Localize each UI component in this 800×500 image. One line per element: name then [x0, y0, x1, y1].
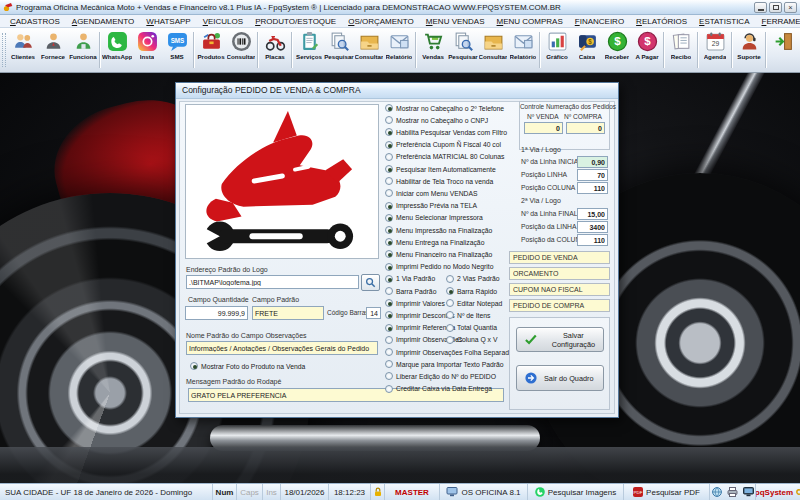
- option-imprimir-observacoes-folha-separada[interactable]: Imprimir Observações Folha Separada: [385, 348, 513, 356]
- logo-path-input[interactable]: [186, 275, 359, 289]
- venda-number-input[interactable]: [524, 122, 563, 134]
- toolbar-sms[interactable]: SMSSMS: [162, 29, 192, 71]
- doc-field-cupom-nao-fiscal[interactable]: [509, 283, 610, 296]
- toolbar-exit-icon[interactable]: [768, 29, 798, 71]
- exit-dialog-button[interactable]: Sair do Quadro: [516, 365, 604, 391]
- n-da-linha-inicial-input[interactable]: [577, 156, 608, 168]
- toolbar-receber[interactable]: $Receber: [602, 29, 632, 71]
- posicao-coluna-input[interactable]: [577, 182, 608, 194]
- menu-agendamento[interactable]: AGENDAMENTO: [66, 15, 141, 28]
- whatsapp-icon: [107, 31, 128, 52]
- toolbar-vendas[interactable]: Vendas: [418, 29, 448, 71]
- option-barra-padrao[interactable]: Barra Padrão: [385, 287, 436, 295]
- option-pesquisar-item-automaticamente[interactable]: Pesquisar Item Automaticamente: [385, 165, 496, 173]
- menu-whatsapp[interactable]: WHATSAPP: [140, 15, 196, 28]
- menu-estatistica[interactable]: ESTATISTICA: [693, 15, 755, 28]
- doc-field-pedido-de-compra[interactable]: [509, 299, 610, 312]
- option-mostrar-foto-do-produto-na-venda[interactable]: Mostrar Foto do Produto na Venda: [190, 362, 305, 370]
- option-preferencia-cupom-n-fiscal-40-col[interactable]: Preferência Cupom Ñ Fiscal 40 col: [385, 141, 501, 149]
- minimize-button[interactable]: [754, 2, 767, 13]
- globe-icon: [712, 487, 722, 497]
- menu-os-orcamento[interactable]: OS/ORÇAMENTO: [342, 15, 420, 28]
- toolbar-placas[interactable]: Placas: [260, 29, 290, 71]
- menu-ferramentas[interactable]: FERRAMENTAS: [755, 15, 800, 28]
- option-barra-rapido[interactable]: Barra Rápido: [446, 287, 497, 295]
- option-total-quantia[interactable]: Total Quantia: [446, 324, 497, 332]
- menu-produto-estoque[interactable]: PRODUTO/ESTOQUE: [249, 15, 342, 28]
- menu-menu-vendas[interactable]: MENU VENDAS: [420, 15, 491, 28]
- toolbar-pesquisar[interactable]: Pesquisar: [448, 29, 478, 71]
- option-menu-financeiro-na-finalizacao[interactable]: Menu Financeiro na Finalização: [385, 250, 492, 258]
- option-menu-entrega-na-finalizacao[interactable]: Menu Entrega na Finalização: [385, 238, 484, 246]
- posicao-da-coluna-input[interactable]: [577, 234, 608, 246]
- default-field-input[interactable]: [252, 306, 324, 320]
- toolbar-consultar[interactable]: Consultar: [354, 29, 384, 71]
- menu-veiculos[interactable]: VEICULOS: [197, 15, 249, 28]
- menu-menu-compras[interactable]: MENU COMPRAS: [491, 15, 569, 28]
- menu-cadastros[interactable]: CADASTROS: [4, 15, 66, 28]
- option-coluna-q-x-v[interactable]: Coluna Q x V: [446, 336, 497, 344]
- option-liberar-edicao-do-n-do-pedido[interactable]: Liberar Edição do Nº do PEDIDO: [385, 372, 496, 380]
- option-mostrar-no-cabecalho-o-2-telefone[interactable]: Mostrar no Cabeçalho o 2º Telefone: [385, 104, 504, 112]
- toolbar-a-pagar[interactable]: $A Pagar: [632, 29, 662, 71]
- dialog-titlebar[interactable]: Configuração PEDIDO DE VENDA & COMPRA: [176, 83, 618, 99]
- status-num: Num: [213, 484, 237, 500]
- option-menu-selecionar-impressora[interactable]: Menu Selecionar Impressora: [385, 214, 483, 222]
- toolbar-funciona[interactable]: Funciona: [68, 29, 98, 71]
- option-marque-para-importar-texto-padrao[interactable]: Marque para Importar Texto Padrão: [385, 360, 504, 368]
- toolbar-button-label: Pesquisar: [448, 53, 478, 60]
- posicao-da-linha-input[interactable]: [577, 221, 608, 233]
- restore-button[interactable]: [769, 2, 782, 13]
- toolbar-relatorio[interactable]: Relatório: [384, 29, 414, 71]
- menu-financeiro[interactable]: FINANCEIRO: [569, 15, 630, 28]
- option-menu-impressao-na-finalizacao[interactable]: Menu Impressão na Finalização: [385, 226, 492, 234]
- toolbar-button-label: Suporte: [737, 53, 760, 60]
- option-impressao-previa-na-tela[interactable]: Impressão Prévia na TELA: [385, 202, 477, 210]
- toolbar-recibo[interactable]: Recibo: [666, 29, 696, 71]
- option-imprimir-descontos[interactable]: Imprimir Descontos: [385, 311, 455, 319]
- toolbar-caixa[interactable]: $Caixa: [572, 29, 602, 71]
- obs-input[interactable]: [186, 341, 378, 355]
- toolbar-button-label: Recibo: [671, 53, 692, 60]
- save-config-button[interactable]: Salvar Configuração: [516, 327, 604, 352]
- logo-address-label: Endereço Padrão do Logo: [186, 266, 268, 273]
- browse-logo-button[interactable]: [361, 274, 380, 291]
- doc-field-pedido-de-venda[interactable]: [509, 251, 610, 264]
- option-imprimi-pedido-no-modo-negrito[interactable]: Imprimi Pedido no Modo Negrito: [385, 263, 493, 271]
- menu-relatorios[interactable]: RELATÓRIOS: [630, 15, 693, 28]
- toolbar-whatsapp[interactable]: WhatsApp: [102, 29, 132, 71]
- option-iniciar-com-menu-vendas[interactable]: Iniciar com Menu VENDAS: [385, 189, 478, 197]
- toolbar-clientes[interactable]: Clientes: [8, 29, 38, 71]
- option-editar-notepad[interactable]: Editar Notepad: [446, 299, 502, 307]
- option-imprimir-referencia[interactable]: Imprimir Referencia: [385, 324, 455, 332]
- option-habilitar-de-tela-troco-na-venda[interactable]: Habilitar de Tela Troco na venda: [385, 177, 493, 185]
- barcode-input[interactable]: [366, 307, 381, 319]
- compra-number-input[interactable]: [566, 122, 605, 134]
- n-da-linha-final-input[interactable]: [577, 208, 608, 220]
- toolbar-consultar[interactable]: Consultar: [478, 29, 508, 71]
- option-2-vias-padrao[interactable]: 2 Vias Padrão: [446, 275, 500, 283]
- qty-input[interactable]: [185, 306, 248, 320]
- doc-field-orcamento[interactable]: [509, 267, 610, 280]
- close-button[interactable]: ×: [784, 2, 797, 13]
- toolbar-servicos[interactable]: Serviços: [294, 29, 324, 71]
- option-n-de-itens[interactable]: Nº de Itens: [446, 311, 490, 319]
- toolbar-suporte[interactable]: Suporte: [734, 29, 764, 71]
- option-preferencia-matricial-80-colunas[interactable]: Preferência MATRICIAL 80 Colunas: [385, 153, 504, 161]
- option-1-via-padrao[interactable]: 1 Via Padrão: [385, 275, 435, 283]
- toolbar-relatorio[interactable]: Relatório: [508, 29, 538, 71]
- option-creditar-caixa-via-data-entrega[interactable]: Creditar Caixa via Data Entrega: [385, 385, 492, 393]
- toolbar-agenda[interactable]: 29Agenda: [700, 29, 730, 71]
- toolbar-fornece[interactable]: Fornece: [38, 29, 68, 71]
- toolbar-grafico[interactable]: Gráfico: [542, 29, 572, 71]
- toolbar-pesquisar[interactable]: Pesquisar: [324, 29, 354, 71]
- search-pdf-button[interactable]: PDFPesquisar PDF: [624, 484, 710, 500]
- search-images-button[interactable]: Pesquisar Imagens: [528, 484, 624, 500]
- option-imprimir-valores[interactable]: Imprimir Valores: [385, 299, 445, 307]
- option-habilita-pesquisar-vendas-com-filtro[interactable]: Habilita Pesquisar Vendas com Filtro: [385, 128, 507, 136]
- option-mostrar-no-cabecalho-o-cnpj[interactable]: Mostrar no Cabeçalho o CNPJ: [385, 116, 488, 124]
- toolbar-consultar[interactable]: Consultar: [226, 29, 256, 71]
- posicao-linha-input[interactable]: [577, 169, 608, 181]
- toolbar-insta[interactable]: Insta: [132, 29, 162, 71]
- toolbar-produtos[interactable]: Produtos: [196, 29, 226, 71]
